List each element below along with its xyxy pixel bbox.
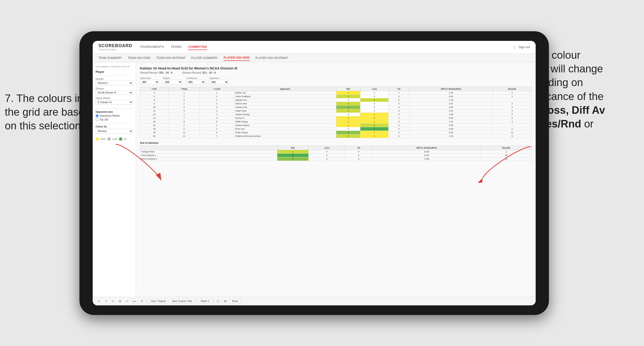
division-record-label: Division Record: 331 - 34 - 6 [182, 71, 216, 74]
filter-conference-label: Conference [186, 77, 205, 79]
toolbar-sep1 [146, 299, 147, 304]
sub-nav-player-h2h-grid[interactable]: PLAYER H2H GRID [224, 55, 250, 61]
filters-row: Opponents: (All) Region (All) Conference [140, 77, 532, 84]
nav-items: TOURNAMENTS TEAMS COMMITTEE [140, 44, 514, 50]
legend-dot-level [107, 137, 111, 141]
th-diff: Diff Av Strokes/Rnd [409, 87, 492, 91]
toolbar-cut[interactable]: ✂ [124, 299, 130, 303]
colour-legend: Down Level Up [96, 137, 133, 141]
nav-item-tournaments[interactable]: TOURNAMENTS [140, 44, 164, 50]
annotation-left-line3: on this selection [5, 120, 81, 132]
toolbar-undo2[interactable]: ↩ [110, 299, 116, 303]
th-conf: # Conf [200, 87, 234, 91]
sidebar-division-select[interactable]: NCAA Division III [96, 90, 133, 95]
sub-nav-team-h2h-grid[interactable]: TEAM H2H GRID [128, 55, 150, 61]
table-row: 9 1 4 Sharon Mun 1 0 0 3.67 3 [140, 102, 532, 106]
sub-nav: TEAM SUMMARY TEAM H2H GRID TEAM H2H HEAT… [93, 53, 536, 62]
table-row: 18 2 2 Euna Lee 0 1 0 -5.00 2 [140, 127, 532, 131]
filter-opponents: Opponents: (All) [140, 77, 159, 84]
table-row: 3 1 1 Esther Lee 1 0 1 1.50 4 [140, 91, 532, 95]
sidebar-gender-label: Gender [96, 78, 133, 80]
table-row: 10 6 3 Andrea York 2 0 0 4.00 4 [140, 106, 532, 109]
th-od-win: Win [277, 146, 308, 150]
filter-opponent: Opponent (All) [209, 77, 228, 84]
th-div: # Div [140, 87, 169, 91]
th-loss: Loss [360, 87, 388, 91]
logo-area: SCOREBOARD Powered by clippd [98, 43, 132, 51]
table-row: 20 11 7 Federica Domecq Lacroze 2 1 0 1.… [140, 134, 532, 138]
legend-dot-down [96, 137, 99, 141]
logo-text: SCOREBOARD [98, 43, 132, 48]
toolbar-grid-icon[interactable]: ⊞ [223, 299, 228, 303]
legend-label-up: Up [124, 138, 127, 140]
th-od-tie: Tie [345, 146, 372, 150]
radio-top-100[interactable]: Top 100 [96, 118, 133, 121]
toolbar-share-icon[interactable]: ⬡ [216, 299, 221, 303]
logo-sub: Powered by clippd [98, 48, 132, 51]
filter-opponents-label: Opponents: [140, 77, 159, 79]
annotation-left-line2: the grid are based [5, 106, 90, 118]
table-row: 14 7 4 Eunice Yi 2 2 0 0.38 9 [140, 116, 532, 120]
nav-separator: | [514, 45, 514, 49]
filter-opponent-select[interactable]: (All) [209, 80, 228, 84]
toolbar-sep3 [213, 299, 214, 304]
colour-by-title: Colour by [96, 125, 133, 128]
bottom-toolbar: ↩ ↪ ↩ ⊞ ✂ ••• ⏱ View: Original Save Cust… [93, 297, 536, 305]
table-row: 20 11 6 Emily Chang 4 1 0 0.30 11 [140, 131, 532, 134]
grid-title: Katelyn Vo Head-to-Head Grid for Women's… [140, 66, 532, 70]
filter-region: Region (All) [163, 77, 182, 84]
th-od-diff: Diff Av Strokes/Rnd [372, 146, 481, 150]
toolbar-grid-btn[interactable]: ⊞ [118, 299, 122, 303]
toolbar-view-original[interactable]: View: Original [149, 299, 168, 303]
overall-record-label: Overall Record: 353 - 34 - 6 [140, 71, 172, 74]
sub-nav-team-h2h-heatmap[interactable]: TEAM H2H HEATMAP [156, 55, 186, 61]
legend-label-down: Down [100, 138, 106, 140]
sub-nav-player-summary[interactable]: PLAYER SUMMARY [191, 55, 218, 61]
table-row: 15 8 5 Stella Cheng 1 1 0 1.25 4 [140, 120, 532, 124]
filter-region-select[interactable]: (All) [163, 80, 182, 84]
sub-nav-player-h2h-heatmap[interactable]: PLAYER H2H HEATMAP [256, 55, 288, 61]
toolbar-share-btn[interactable]: Share [230, 299, 240, 303]
annotation-left-line1: 7. The colours in [5, 92, 83, 104]
filter-opponents-select[interactable]: (All) [140, 80, 159, 84]
grid-records: Overall Record: 353 - 34 - 6 Division Re… [140, 71, 532, 74]
opponent-view-title: Opponent view [96, 111, 133, 113]
legend-dot-up [119, 137, 122, 141]
filter-opponent-label: Opponent [209, 77, 228, 79]
th-win: Win [336, 87, 360, 91]
th-opponent: Opponent [234, 87, 336, 91]
top-nav: SCOREBOARD Powered by clippd TOURNAMENTS… [93, 41, 536, 53]
sidebar-gender-select[interactable]: Women's [96, 81, 133, 85]
table-row: 16 2 1 Jessica Mason 1 2 0 -0.94 [140, 124, 532, 127]
sidebar-updated: Last Updated: 27/03/2024 16:55:38 [96, 65, 133, 68]
sub-nav-team-summary[interactable]: TEAM SUMMARY [98, 55, 122, 61]
toolbar-dot[interactable]: ••• [132, 299, 137, 303]
table-row: 13 1 1 Jessica Huang 0 1 0 -3.00 2 [140, 113, 532, 116]
nav-sign-out[interactable]: Sign out [518, 44, 530, 50]
table-row: 5 2 2 Alexis Sudjianto 1 0 0 4.00 3 [140, 95, 532, 98]
toolbar-save-custom[interactable]: Save Custom View [170, 299, 194, 303]
toolbar-watch[interactable]: Watch ▾ [198, 299, 212, 303]
table-row: 6 3 3 Sydney Kuo 0 1 0 -1.00 [140, 98, 532, 102]
th-od-loss: Loss [309, 146, 345, 150]
nav-right: | Sign out [514, 44, 530, 50]
filter-region-label: Region [163, 77, 182, 79]
table-row: 11 5 2 Heejo Hyun 1 0 0 3.33 3 [140, 109, 532, 113]
toolbar-undo[interactable]: ↩ [96, 299, 102, 303]
colour-by-select[interactable]: Win/loss [96, 129, 133, 134]
radio-opponents-played[interactable]: Opponents Played [96, 114, 133, 117]
out-division-title: Out of division [140, 141, 532, 144]
arrow-right-svg [473, 144, 533, 183]
toolbar-timer[interactable]: ⏱ [139, 299, 145, 303]
toolbar-redo-forward[interactable]: ↪ [104, 299, 108, 303]
sidebar-division-label: Division [96, 87, 133, 90]
sidebar-player-rank-select[interactable]: 8. Katelyn Vo [96, 100, 133, 105]
main-table: # Div # Reg # Conf Opponent Win Loss Tie… [140, 87, 532, 138]
filter-conference-select[interactable]: (All) [186, 80, 205, 84]
nav-item-teams[interactable]: TEAMS [171, 44, 182, 50]
filter-conference: Conference (All) [186, 77, 205, 84]
nav-item-committee[interactable]: COMMITTEE [188, 44, 207, 50]
annotation-right-or: or [581, 118, 594, 130]
toolbar-sep2 [196, 299, 196, 304]
sidebar-player-title: Player [96, 70, 133, 74]
